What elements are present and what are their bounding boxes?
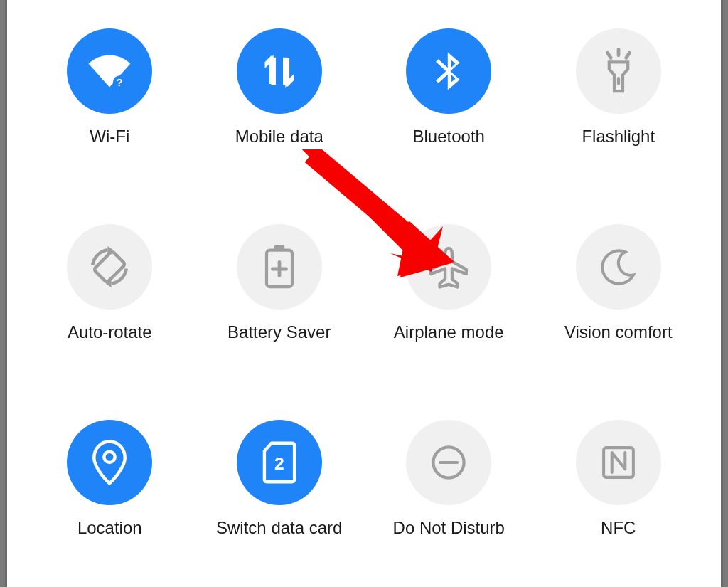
battery-saver-icon — [237, 224, 322, 310]
nfc-icon — [576, 420, 661, 505]
quick-settings-panel: ? Wi-Fi Mobile data Bluetooth Flashlight — [7, 0, 721, 587]
bluetooth-icon — [406, 28, 491, 114]
tile-switch-data-card[interactable]: 2 Switch data card — [198, 420, 361, 573]
svg-marker-5 — [285, 80, 292, 88]
flashlight-icon — [576, 28, 661, 114]
tile-label: Location — [77, 518, 142, 538]
sim-card-icon: 2 — [237, 420, 322, 505]
svg-rect-14 — [274, 245, 284, 250]
tile-label: Flashlight — [582, 127, 655, 147]
tile-label: NFC — [601, 518, 636, 538]
tile-vision-comfort[interactable]: Vision comfort — [537, 224, 700, 377]
tile-label: Mobile data — [235, 127, 323, 147]
location-icon — [67, 420, 152, 505]
tile-label: Auto-rotate — [68, 322, 152, 342]
tile-flashlight[interactable]: Flashlight — [537, 28, 700, 181]
tile-wifi[interactable]: ? Wi-Fi — [28, 28, 191, 181]
mobile-data-icon — [237, 28, 322, 114]
tile-label: Do Not Disturb — [393, 518, 505, 538]
sim-badge: 2 — [274, 454, 284, 473]
tile-bluetooth[interactable]: Bluetooth — [368, 28, 530, 181]
tile-battery-saver[interactable]: Battery Saver — [198, 224, 361, 377]
tile-label: Battery Saver — [228, 322, 331, 342]
tile-label: Vision comfort — [564, 322, 673, 342]
quick-settings-grid: ? Wi-Fi Mobile data Bluetooth Flashlight — [7, 0, 721, 587]
tile-auto-rotate[interactable]: Auto-rotate — [28, 224, 191, 377]
svg-text:?: ? — [117, 76, 123, 88]
airplane-icon — [406, 224, 491, 310]
tile-location[interactable]: Location — [28, 420, 191, 573]
tile-label: Airplane mode — [394, 322, 504, 342]
tile-label: Bluetooth — [413, 127, 485, 147]
moon-icon — [576, 224, 661, 310]
tile-label: Wi-Fi — [90, 127, 129, 147]
tile-nfc[interactable]: NFC — [537, 420, 700, 573]
svg-line-8 — [626, 53, 630, 58]
tile-airplane-mode[interactable]: Airplane mode — [368, 224, 530, 377]
auto-rotate-icon — [67, 224, 152, 310]
dnd-icon — [406, 420, 491, 505]
tile-mobile-data[interactable]: Mobile data — [198, 28, 361, 181]
svg-line-7 — [607, 53, 611, 58]
wifi-icon: ? — [67, 28, 152, 114]
tile-label: Switch data card — [216, 518, 342, 538]
svg-point-17 — [105, 452, 115, 462]
tile-do-not-disturb[interactable]: Do Not Disturb — [368, 420, 530, 573]
